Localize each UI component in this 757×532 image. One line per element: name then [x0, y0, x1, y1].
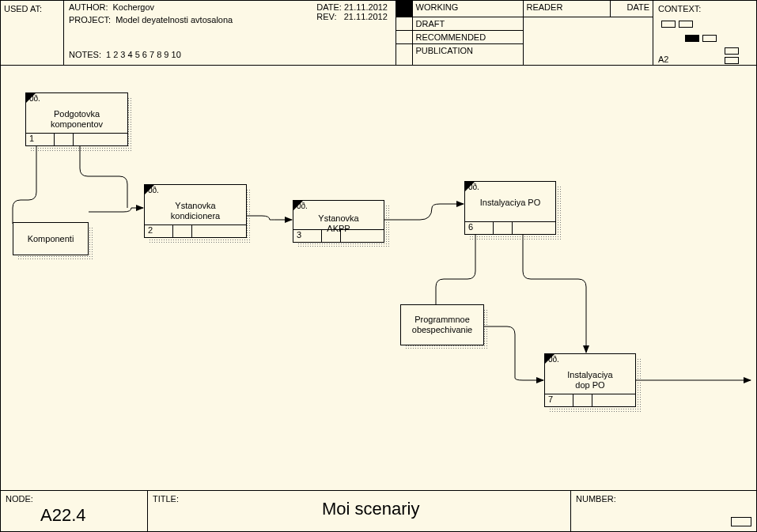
data-box-po: Programmnoeobespechivanie: [400, 304, 484, 345]
number-cell: NUMBER:: [571, 491, 756, 531]
node-label: NODE:: [6, 494, 33, 504]
context-col: CONTEXT: A2: [653, 1, 757, 66]
activity-box-5: 0ð. Instalyaciyadop PO 7: [544, 353, 636, 407]
number-box-icon: [731, 517, 751, 526]
activity-box-2: 0ð. Ystanovkakondicionera 2: [144, 184, 247, 238]
date-value: 21.11.2012: [344, 2, 388, 12]
node-cell: NODE: A22.4: [1, 491, 148, 531]
date-col-label: DATE: [610, 1, 653, 17]
idef0-diagram-frame: USED AT: AUTHOR: Kochergov PROJECT: Mode…: [0, 0, 757, 532]
diagram-canvas: 0ð. Podgotovkakomponentov 1 0ð. Ystanovk…: [1, 66, 756, 490]
number-label: NUMBER:: [576, 494, 616, 504]
title-label: TITLE:: [153, 494, 179, 504]
status-publication: PUBLICATION: [412, 43, 523, 66]
context-code: A2: [658, 55, 668, 64]
footer: NODE: A22.4 TITLE: Moi scenariy NUMBER:: [1, 490, 756, 531]
box-number: 1: [26, 134, 55, 145]
author-col: AUTHOR: Kochergov PROJECT: Model deyatel…: [64, 1, 396, 66]
context-tree-icon: [661, 20, 696, 29]
status-working: WORKING: [412, 1, 523, 17]
box-number: 6: [465, 222, 494, 234]
author-label: AUTHOR:: [69, 2, 108, 12]
context-label: CONTEXT:: [658, 4, 751, 13]
status-col: WORKING READER DATE DRAFT RECOMMENDED PU…: [396, 1, 653, 66]
box-number: 3: [293, 230, 322, 242]
status-recommended: RECOMMENDED: [412, 30, 523, 43]
activity-box-1: 0ð. Podgotovkakomponentov 1: [25, 92, 128, 146]
notes-label: NOTES:: [69, 50, 101, 59]
date-label: DATE:: [316, 2, 342, 12]
title-cell: TITLE: Moi scenariy: [148, 491, 571, 531]
title-value: Moi scenariy: [322, 499, 419, 519]
context-tree-icon: [685, 34, 720, 43]
header: USED AT: AUTHOR: Kochergov PROJECT: Mode…: [1, 1, 756, 66]
node-value: A22.4: [40, 505, 86, 526]
activity-box-4: 0ð. Instalyaciya PO 6: [464, 181, 556, 235]
used-at-col: USED AT:: [1, 1, 64, 66]
author-value: Kochergov: [113, 2, 155, 12]
box-id: 0ð.: [548, 355, 559, 364]
box-id: 0ð.: [297, 202, 308, 210]
status-draft: DRAFT: [412, 17, 523, 30]
box-label: Podgotovkakomponentov: [26, 109, 127, 130]
context-tree-icon: [725, 47, 756, 66]
project-value: Model deyatelnosti avtosalona: [115, 15, 233, 25]
box-label: Instalyaciyadop PO: [545, 370, 635, 391]
used-at-label: USED AT:: [1, 1, 63, 17]
status-table: WORKING READER DATE DRAFT RECOMMENDED PU…: [396, 1, 653, 66]
project-label: PROJECT:: [69, 15, 111, 25]
box-number: 2: [145, 225, 173, 237]
box-id: 0ð.: [468, 183, 479, 191]
reader-label: READER: [523, 1, 610, 17]
notes-value: 1 2 3 4 5 6 7 8 9 10: [106, 50, 181, 59]
status-marker: [396, 1, 412, 17]
activity-box-3: 0ð. YstanovkaAKPP 3: [293, 200, 384, 243]
box-number: 7: [545, 394, 573, 406]
box-id: 0ð.: [29, 94, 40, 103]
rev-label: REV:: [316, 12, 336, 21]
box-label: Instalyaciya PO: [465, 198, 555, 208]
box-id: 0ð.: [148, 186, 159, 194]
box-label: Ystanovkakondicionera: [145, 201, 246, 221]
rev-value: 21.11.2012: [344, 12, 388, 21]
data-box-komponenti: Komponenti: [13, 222, 89, 255]
